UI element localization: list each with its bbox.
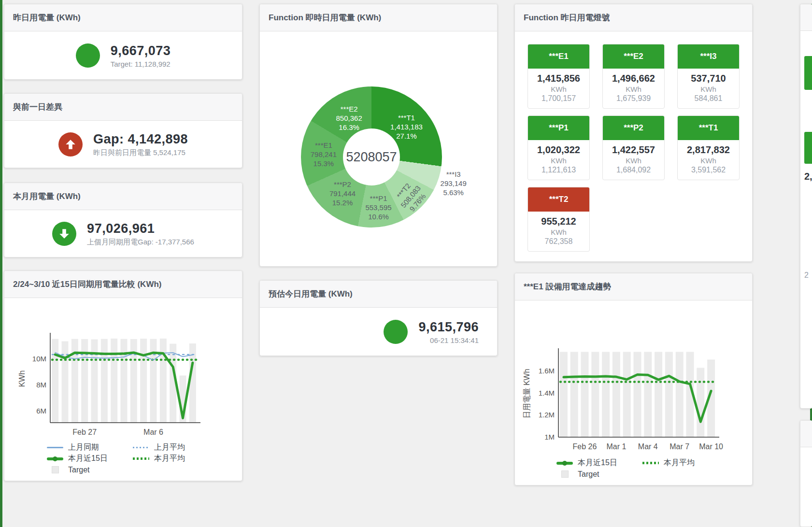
svg-text:8M: 8M bbox=[36, 381, 46, 389]
panel-body: 9,615,796 06-21 15:34:41 bbox=[260, 308, 497, 356]
panel-status-lights: Function 昨日用電燈號 ***E11,415,856KWh1,700,1… bbox=[514, 4, 753, 262]
tile-body: 2,817,832KWh3,591,562 bbox=[678, 140, 739, 180]
tile-body: 1,496,662KWh1,675,939 bbox=[603, 69, 664, 108]
panel-title: ***E1 設備用電達成趨勢 bbox=[515, 273, 752, 300]
tile-status-header: ***I3 bbox=[678, 44, 739, 69]
light-tile-E1: ***E11,415,856KWh1,700,157 bbox=[527, 44, 590, 109]
chart-legend: 上月同期上月平均本月近15日本月平均Target bbox=[47, 442, 240, 475]
svg-text:Feb 26: Feb 26 bbox=[573, 442, 597, 451]
donut-slice-label: ***T2508,0839.76% bbox=[392, 178, 430, 215]
panel-title: 與前一日差異 bbox=[4, 94, 242, 121]
svg-text:1.2M: 1.2M bbox=[539, 411, 555, 419]
tile-unit: KWh bbox=[530, 157, 587, 165]
tile-target: 762,358 bbox=[530, 237, 587, 246]
light-tile-I3: ***I3537,710KWh584,861 bbox=[677, 44, 740, 109]
tile-target: 1,675,939 bbox=[605, 94, 662, 103]
stat-subtitle: 06-21 15:34:41 bbox=[430, 336, 479, 344]
legend-label: Target bbox=[578, 470, 599, 479]
svg-text:Mar 7: Mar 7 bbox=[670, 442, 689, 451]
legend-marker-box-gray bbox=[556, 471, 573, 477]
svg-text:Mar 4: Mar 4 bbox=[638, 442, 658, 451]
cutoff-panel-fragment bbox=[800, 420, 812, 527]
donut-labels: 5208057 ***T11,413,18327.1%***I3293,1495… bbox=[301, 86, 442, 228]
panel-body: Gap: 4,142,898 昨日與前日用電量 5,524,175 bbox=[4, 121, 242, 168]
legend-item: 本月近15日 bbox=[47, 453, 133, 464]
panel-e1-trend-chart: ***E1 設備用電達成趨勢 1M1.2M1.4M1.6MFeb 26Mar 1… bbox=[514, 273, 753, 485]
donut-slice-label: ***P2791,44415.2% bbox=[329, 180, 356, 207]
tile-unit: KWh bbox=[605, 85, 662, 93]
tile-unit: KWh bbox=[680, 157, 737, 165]
stat-subtitle: 昨日與前日用電量 5,524,175 bbox=[93, 148, 188, 157]
tile-value: 1,496,662 bbox=[605, 73, 662, 84]
legend-marker-dots-green bbox=[133, 456, 149, 462]
tile-value: 955,212 bbox=[530, 216, 587, 227]
panel-yesterday-usage: 昨日用電量 (KWh) 9,667,073 Target: 11,128,992 bbox=[4, 4, 242, 80]
tile-status-header: ***P1 bbox=[528, 116, 589, 140]
panel-body: 9,667,073 Target: 11,128,992 bbox=[4, 31, 242, 80]
tile-unit: KWh bbox=[680, 85, 737, 93]
stat-value: 9,615,796 bbox=[418, 320, 479, 335]
stat-subtitle: Target: 11,128,992 bbox=[111, 60, 171, 68]
panel-title: 2/24~3/10 近15日同期用電量比較 (KWh) bbox=[4, 271, 242, 298]
panel-today-estimate: 預估今日用電量 (KWh) 9,615,796 06-21 15:34:41 bbox=[259, 280, 498, 356]
tile-unit: KWh bbox=[530, 228, 587, 236]
tile-unit: KWh bbox=[530, 85, 587, 93]
svg-text:1.6M: 1.6M bbox=[539, 367, 555, 375]
green-status-circle-icon bbox=[384, 320, 408, 344]
legend-marker-line-green bbox=[556, 460, 573, 466]
tile-status-header: ***T1 bbox=[678, 116, 739, 140]
light-tile-E2: ***E21,496,662KWh1,675,939 bbox=[602, 44, 665, 109]
legend-label: 本月平均 bbox=[664, 458, 695, 468]
panel-body: 5208057 ***T11,413,18327.1%***I3293,1495… bbox=[260, 31, 497, 267]
down-arrow-icon bbox=[52, 222, 76, 246]
panel-body: 1M1.2M1.4M1.6MFeb 26Mar 1Mar 4Mar 7Mar 1… bbox=[515, 300, 752, 485]
tile-target: 584,861 bbox=[680, 94, 737, 103]
donut-slice-label: ***E1798,24115.3% bbox=[311, 141, 337, 168]
legend-item: 本月平均 bbox=[133, 453, 219, 464]
donut-slice-label: ***P1553,59510.6% bbox=[365, 194, 391, 221]
left-edge-strip bbox=[0, 0, 2, 527]
legend-label: 上月平均 bbox=[154, 442, 185, 453]
cutoff-panel-fragment: 2, 2 bbox=[800, 4, 812, 409]
tile-value: 1,020,322 bbox=[530, 144, 587, 156]
trend-line-chart: 1M1.2M1.4M1.6MFeb 26Mar 1Mar 4Mar 7Mar 1… bbox=[516, 346, 743, 454]
donut-slice-label: ***E2850,36216.3% bbox=[336, 104, 362, 131]
panel-body: 97,026,961 上個月同期用電Gap: -17,377,566 bbox=[4, 210, 242, 257]
tile-value: 1,422,557 bbox=[605, 144, 662, 156]
panel-title: Function 即時日用電量 (KWh) bbox=[260, 4, 497, 31]
panel-month-usage: 本月用電量 (KWh) 97,026,961 上個月同期用電Gap: -17,3… bbox=[4, 183, 242, 257]
panel-body: 6M8M10MFeb 27Mar 6KWh 上月同期上月平均本月近15日本月平均… bbox=[4, 298, 242, 481]
tile-body: 955,212KWh762,358 bbox=[528, 212, 589, 251]
tile-status-header: ***E2 bbox=[603, 44, 664, 69]
light-tile-P1: ***P11,020,322KWh1,121,613 bbox=[527, 115, 590, 180]
svg-text:日用電量 KWh: 日用電量 KWh bbox=[523, 369, 531, 418]
tile-body: 1,415,856KWh1,700,157 bbox=[528, 69, 589, 108]
panel-day-gap: 與前一日差異 Gap: 4,142,898 昨日與前日用電量 5,524,175 bbox=[4, 93, 242, 168]
panel-title: 預估今日用電量 (KWh) bbox=[260, 281, 497, 308]
up-arrow-icon bbox=[58, 132, 83, 157]
legend-label: Target bbox=[68, 466, 89, 474]
tile-unit: KWh bbox=[605, 157, 662, 165]
svg-text:6M: 6M bbox=[36, 407, 46, 415]
legend-item: 上月平均 bbox=[133, 442, 219, 453]
legend-item: 本月近15日 bbox=[556, 457, 642, 469]
cutoff-tile-header bbox=[804, 56, 812, 90]
legend-label: 本月近15日 bbox=[578, 458, 617, 468]
cutoff-tile-header bbox=[804, 132, 812, 164]
tile-body: 1,422,557KWh1,684,092 bbox=[603, 140, 664, 180]
panel-title: 昨日用電量 (KWh) bbox=[4, 4, 242, 31]
light-tile-T2: ***T2955,212KWh762,358 bbox=[527, 187, 590, 252]
svg-text:1.4M: 1.4M bbox=[539, 389, 555, 397]
dashboard: 昨日用電量 (KWh) 9,667,073 Target: 11,128,992… bbox=[0, 0, 812, 527]
legend-marker-box-gray bbox=[47, 467, 63, 473]
legend-item: 上月同期 bbox=[47, 442, 133, 453]
tile-value: 2,817,832 bbox=[680, 144, 737, 156]
stat-value: Gap: 4,142,898 bbox=[93, 132, 188, 147]
legend-marker-line-blue bbox=[47, 445, 63, 451]
legend-item: Target bbox=[556, 469, 642, 480]
svg-text:Mar 6: Mar 6 bbox=[143, 428, 163, 436]
light-tile-T1: ***T12,817,832KWh3,591,562 bbox=[677, 115, 740, 180]
tile-target: 1,700,157 bbox=[530, 94, 587, 103]
cutoff-panel-header bbox=[800, 421, 812, 447]
tile-body: 1,020,322KWh1,121,613 bbox=[528, 140, 589, 180]
